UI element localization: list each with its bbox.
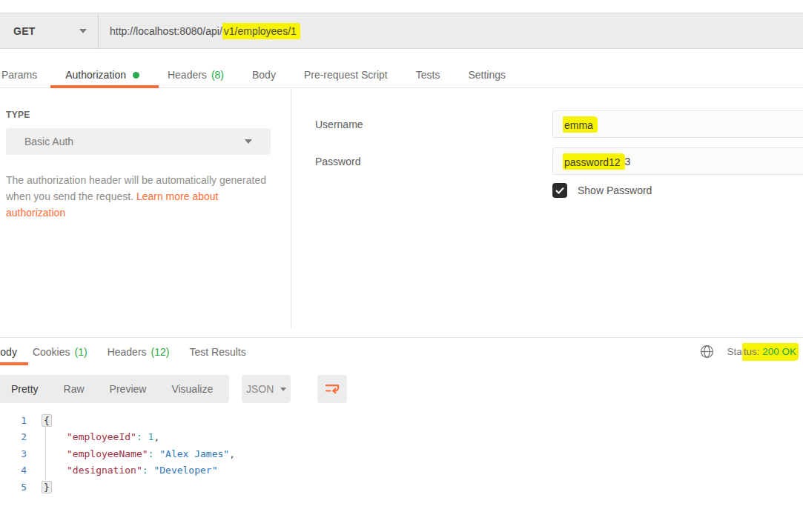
view-tab-raw[interactable]: Raw: [64, 383, 85, 395]
status-highlighted: tus: 200 OK: [742, 343, 799, 361]
response-body-editor: 1 { 2 "employeeId": 1, 3 "employeeName":…: [0, 412, 803, 496]
auth-type-value: Basic Auth: [24, 136, 73, 147]
chevron-down-icon: [280, 388, 286, 391]
view-tab-visualize[interactable]: Visualize: [171, 383, 213, 395]
line-number: 1: [0, 415, 27, 426]
tab-authorization[interactable]: Authorization: [65, 62, 139, 87]
request-bar: GET http://localhost:8080/api/v1/employe…: [0, 13, 803, 49]
tab-prerequest-script[interactable]: Pre-request Script: [304, 62, 388, 87]
status-badge: Status: 200 OK: [727, 346, 799, 357]
username-label: Username: [315, 110, 363, 138]
active-tab-underline: [0, 362, 28, 365]
username-value: emma: [563, 116, 598, 133]
tab-body[interactable]: Body: [252, 62, 276, 87]
url-highlighted-text: v1/employees/1: [222, 23, 300, 39]
response-tab-body[interactable]: Body: [0, 338, 17, 365]
json-string-value: "Alex James": [159, 448, 229, 459]
chevron-down-icon: [79, 29, 87, 33]
code-line: 2 "employeeId": 1,: [0, 429, 803, 446]
password-value-highlighted: password12: [563, 153, 625, 170]
status-code: 200 OK: [762, 346, 796, 357]
headers-count-badge: (8): [211, 69, 224, 81]
response-view-bar: Pretty Raw Preview Visualize JSON: [0, 375, 803, 403]
show-password-checkbox[interactable]: [552, 183, 567, 198]
json-string-value: "Developer": [153, 465, 217, 476]
response-tabs: Body Cookies (1) Headers (12) Test Resul…: [0, 338, 803, 365]
show-password-row: Show Password: [552, 183, 652, 198]
code-line: 4 "designation": "Developer": [0, 462, 803, 479]
chevron-down-icon: [245, 139, 252, 144]
response-headers-count-badge: (12): [151, 346, 170, 358]
response-tab-cookies[interactable]: Cookies (1): [33, 338, 87, 365]
json-key: "designation": [67, 465, 142, 476]
status-prefix: Sta: [727, 346, 741, 357]
request-tabs: Params Authorization Headers (8) Body Pr…: [0, 62, 803, 88]
line-number: 3: [0, 448, 27, 459]
line-number: 4: [0, 465, 27, 476]
line-number: 2: [0, 431, 27, 442]
url-input[interactable]: http://localhost:8080/api/v1/employees/1: [99, 13, 803, 48]
json-key: "employeeId": [67, 431, 136, 442]
code-line: 5 }: [0, 479, 803, 496]
view-tab-pretty[interactable]: Pretty: [11, 383, 39, 395]
tab-settings[interactable]: Settings: [468, 62, 506, 87]
auth-active-dot-icon: [133, 72, 139, 79]
status-area: Status: 200 OK: [700, 338, 803, 365]
show-password-label: Show Password: [578, 184, 652, 196]
tab-headers[interactable]: Headers (8): [168, 62, 224, 87]
type-label: TYPE: [6, 110, 270, 120]
username-input[interactable]: emma: [552, 110, 803, 138]
indent-guide: [45, 426, 46, 480]
url-plain-text: http://localhost:8080/api/: [110, 25, 222, 37]
cookies-count-badge: (1): [75, 346, 87, 358]
view-mode-switcher: Pretty Raw Preview Visualize: [0, 375, 229, 403]
method-label: GET: [13, 25, 36, 37]
active-tab-underline: [50, 85, 159, 88]
wrap-text-icon: [323, 379, 342, 399]
method-dropdown[interactable]: GET: [0, 13, 99, 48]
password-label: Password: [315, 147, 360, 175]
line-number: 5: [0, 482, 27, 493]
globe-icon: [700, 345, 714, 359]
tab-tests[interactable]: Tests: [416, 62, 440, 87]
format-value: JSON: [246, 383, 274, 395]
checkmark-icon: [555, 187, 564, 194]
auth-note: The authorization header will be automat…: [6, 172, 270, 221]
fold-marker[interactable]: }: [42, 481, 52, 493]
response-section: Body Cookies (1) Headers (12) Test Resul…: [0, 337, 803, 532]
auth-type-pane: TYPE Basic Auth The authorization header…: [0, 89, 291, 328]
password-input[interactable]: password123: [552, 147, 803, 175]
fold-marker[interactable]: {: [42, 414, 52, 427]
authorization-panel: TYPE Basic Auth The authorization header…: [0, 89, 803, 328]
password-value-rest: 3: [625, 156, 631, 167]
code-line: 3 "employeeName": "Alex James",: [0, 445, 803, 462]
code-line: 1 {: [0, 412, 803, 429]
format-dropdown[interactable]: JSON: [242, 375, 291, 403]
wrap-text-button[interactable]: [317, 375, 347, 403]
auth-type-dropdown[interactable]: Basic Auth: [6, 128, 271, 155]
view-tab-preview[interactable]: Preview: [110, 383, 147, 395]
tab-params[interactable]: Params: [1, 62, 37, 87]
response-tab-test-results[interactable]: Test Results: [189, 338, 245, 365]
response-tab-headers[interactable]: Headers (12): [108, 338, 170, 365]
auth-credentials-pane: Username emma Password password123 Show …: [291, 89, 803, 328]
json-key: "employeeName": [67, 448, 148, 459]
